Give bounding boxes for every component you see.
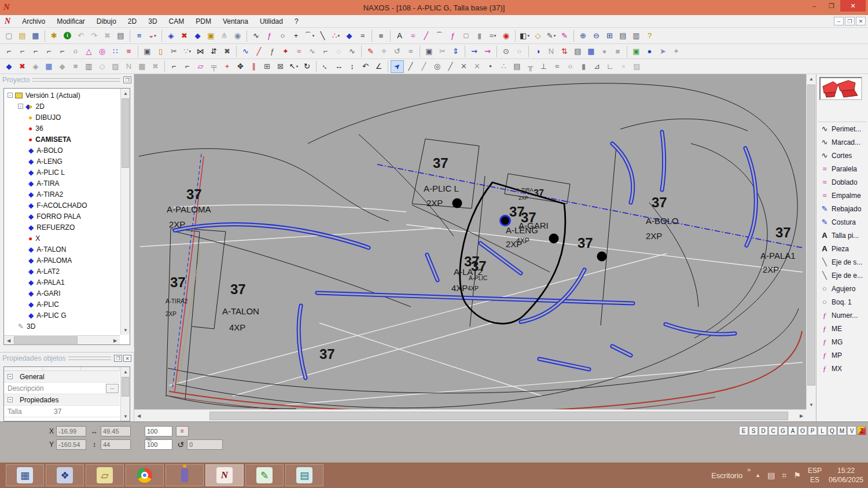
scroll-thumb[interactable] (122, 98, 129, 168)
pens-icon[interactable]: ✎▾ (545, 30, 558, 42)
menu-archivo[interactable]: Archivo (16, 16, 51, 27)
tree-item-dibujo[interactable]: ●DIBUJO (5, 112, 120, 123)
file-explorer-app[interactable]: ▱ (86, 464, 124, 486)
grading-lines-icon[interactable]: ≡ (122, 45, 135, 58)
project-panel-header[interactable]: Proyecto ❐ (0, 74, 134, 86)
hand-icon[interactable]: ✦ (670, 45, 683, 58)
corner-icon[interactable]: ⌒ (433, 30, 446, 42)
size-letter-q[interactable]: Q (827, 426, 837, 435)
menu-2d[interactable]: 2D (122, 16, 142, 27)
menu-ventana[interactable]: Ventana (217, 16, 254, 27)
small-dot-icon[interactable]: • (484, 60, 497, 73)
fcurve3-icon[interactable]: ƒ (266, 45, 279, 58)
tree-item-camiseta[interactable]: ●CAMISETA (5, 134, 120, 145)
scroll-thumb[interactable] (122, 377, 129, 397)
scroll-right-icon[interactable]: ▶ (111, 336, 120, 345)
chevron-icon[interactable]: » (747, 466, 751, 473)
tree-item-3d[interactable]: ✎3D (5, 321, 120, 332)
walk-icon[interactable]: ⋔ (218, 30, 231, 42)
tree-item-f-acolchado[interactable]: ◆F-ACOLCHADO (5, 200, 120, 211)
mdi-restore-button[interactable]: ❐ (845, 17, 855, 25)
piece-icon[interactable]: ◆ (191, 30, 204, 42)
tree-item-x[interactable]: ●X (5, 233, 120, 244)
layer-item-mg[interactable]: ƒMG (818, 335, 867, 348)
ellipse2-icon[interactable]: ○ (69, 45, 82, 58)
tree-vertical-scrollbar[interactable]: ▲ ▼ (120, 89, 130, 335)
rotate-tool-icon[interactable]: ↻ (300, 60, 314, 73)
help-icon[interactable]: ? (643, 30, 656, 42)
size-letter-s[interactable]: S (749, 426, 758, 435)
segment-1-icon[interactable]: ╱ (404, 60, 417, 73)
paste-icon[interactable]: ▯ (154, 45, 167, 58)
intersect-icon[interactable]: ⊠ (274, 60, 287, 73)
layer-item-agujero[interactable]: ○Agujero (818, 282, 867, 295)
piece-delete-icon[interactable]: ✖ (16, 60, 29, 73)
vector-app[interactable]: ✎ (245, 464, 284, 486)
save-icon[interactable]: ▦ (29, 30, 42, 42)
layer-item-paralela[interactable]: ≈Paralela (818, 162, 867, 175)
duplicate-icon[interactable]: ▣ (422, 45, 436, 58)
explode-icon[interactable]: ✦ (279, 45, 292, 58)
grade-vertical-icon[interactable]: ⇅ (558, 45, 571, 58)
node-n-icon[interactable]: N (545, 45, 558, 58)
menu-dibujo[interactable]: Dibujo (91, 16, 122, 27)
calculator-icon[interactable]: ▦ (42, 60, 56, 73)
property-value[interactable]: 37 (54, 408, 120, 416)
menu-modificar[interactable]: Modificar (51, 16, 91, 27)
box-fill-icon[interactable]: ▨ (630, 60, 643, 73)
corner-tool-5-icon[interactable]: ⌐ (56, 45, 69, 58)
browse-button[interactable]: ... (106, 384, 119, 393)
line-red-icon[interactable]: ╱ (252, 45, 266, 58)
freehand-icon[interactable]: ≈ (356, 30, 369, 42)
panel-maximize-button[interactable]: ❐ (114, 355, 122, 362)
properties-scrollbar[interactable]: ▲ ▼ (120, 367, 130, 421)
copy-icon[interactable]: ▣ (141, 45, 154, 58)
properties-icon[interactable]: ▤ (114, 30, 127, 42)
delete-piece-icon[interactable]: ✖ (178, 30, 191, 42)
x-coordinate-field[interactable]: -16.99 (56, 426, 86, 436)
image-icon[interactable]: ▣ (630, 45, 643, 58)
layer-item-costura[interactable]: ✎Costura (818, 215, 867, 229)
scroll-up-icon[interactable]: ▲ (807, 74, 816, 83)
screen-icon[interactable]: ▦ (584, 45, 598, 58)
grading-list-button[interactable]: ≡ (176, 426, 189, 436)
zoom-page-icon[interactable]: ⊞ (603, 30, 616, 42)
tree-item-a-pala1[interactable]: ◆A-PALA1 (5, 277, 120, 288)
layer-item-cortes[interactable]: ∿Cortes (818, 149, 867, 162)
size-letter-a[interactable]: A (788, 426, 797, 435)
scroll-left-icon[interactable]: ◀ (4, 336, 13, 345)
align-h-icon[interactable]: ⋈ (194, 45, 207, 58)
open-icon[interactable]: ▤ (16, 30, 29, 42)
tree-expander-icon[interactable]: - (18, 104, 23, 109)
pin-blue-icon[interactable]: ➤ (391, 60, 404, 73)
zoom-in-icon[interactable]: ⊕ (576, 30, 590, 42)
tree-item-2d[interactable]: -◆●2D (5, 101, 120, 112)
layer-item-numer-[interactable]: ƒNumer... (818, 309, 867, 322)
send-icon[interactable]: ➤ (656, 45, 670, 58)
scale-x-field[interactable]: 100 (145, 426, 172, 436)
globe-icon[interactable]: ● (643, 45, 656, 58)
panel-dock-button[interactable]: ❐ (123, 76, 131, 83)
tray-expand-icon[interactable]: ▲ (755, 472, 760, 478)
corner-tool-4-icon[interactable]: ⌐ (42, 45, 56, 58)
diamond-dim-icon[interactable]: ◇ (95, 60, 109, 73)
corner-b-icon[interactable]: ⌐ (181, 60, 194, 73)
corner-tool-2-icon[interactable]: ⌐ (16, 45, 29, 58)
tree-item-a-talon[interactable]: ◆A-TALON (5, 244, 120, 255)
drill-point-icon[interactable] (597, 252, 607, 262)
node-n2-icon[interactable]: N (122, 60, 135, 73)
wave-pink-icon[interactable]: ≈ (406, 30, 420, 42)
redo-icon[interactable]: ↷ (87, 30, 101, 42)
corner-a-icon[interactable]: ⌐ (167, 60, 181, 73)
arc-icon[interactable]: ⌒▾ (303, 30, 316, 42)
mdi-minimize-button[interactable]: – (834, 17, 844, 25)
calculator-app[interactable]: ▦ (6, 464, 44, 486)
fcurve2-icon[interactable]: ƒ (446, 30, 459, 42)
tree-item-a-plic-g[interactable]: ◆A-PLIC G (5, 310, 120, 321)
layer-item-pieza[interactable]: APieza (818, 242, 867, 255)
layers-icon[interactable]: ≡ (133, 30, 146, 42)
cut-walk-icon[interactable]: ✂ (436, 45, 449, 58)
function-curve-icon[interactable]: ƒ (263, 30, 276, 42)
curve-gray-icon[interactable]: ∿ (306, 45, 319, 58)
tree-item-a-lat2[interactable]: ◆A-LAT2 (5, 266, 120, 277)
